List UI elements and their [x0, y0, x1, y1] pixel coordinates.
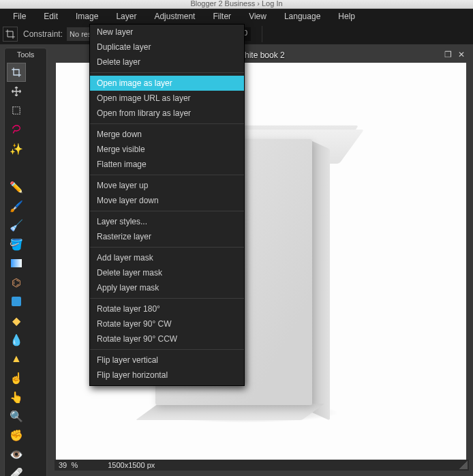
- menu-item-duplicate-layer[interactable]: Duplicate layer: [90, 40, 244, 55]
- menu-separator: [90, 123, 244, 124]
- tool-shape[interactable]: ◆: [7, 311, 26, 330]
- tool-sponge[interactable]: 👆: [7, 387, 26, 406]
- menu-item-rotate-layer-180-[interactable]: Rotate layer 180°: [90, 301, 244, 316]
- tool-bucket[interactable]: 🪣: [7, 235, 26, 254]
- close-icon[interactable]: ✕: [457, 50, 466, 59]
- menu-filter[interactable]: Filter: [204, 9, 240, 24]
- tool-empty1: [7, 158, 26, 177]
- menu-help[interactable]: Help: [329, 9, 364, 24]
- tools-panel: Tools ✨ ✏️ 🖌️ 🧹 🪣 ⌬ ◆ 💧 ▲ ☝️ 👆 🔍 ✊ 👁️ 🩹 …: [4, 48, 47, 476]
- menu-item-rasterize-layer[interactable]: Rasterize layer: [90, 229, 244, 244]
- window-title: Blogger 2 Business › Log In: [190, 0, 282, 8]
- tool-gradient[interactable]: [7, 254, 26, 273]
- menu-separator: [90, 175, 244, 175]
- menu-separator: [90, 211, 244, 211]
- svg-rect-0: [13, 107, 20, 115]
- tool-crop[interactable]: [7, 63, 26, 82]
- tool-replace[interactable]: [7, 292, 26, 311]
- resize-grip-icon[interactable]: [459, 461, 468, 469]
- constraint-label: Constraint:: [23, 29, 63, 39]
- zoom-unit: %: [71, 461, 78, 469]
- menu-item-delete-layer[interactable]: Delete layer: [90, 55, 244, 70]
- menu-item-rotate-layer-90-ccw[interactable]: Rotate layer 90° CCW: [90, 331, 244, 346]
- menu-item-flatten-image[interactable]: Flatten image: [90, 157, 244, 172]
- menu-item-rotate-layer-90-cw[interactable]: Rotate layer 90° CW: [90, 316, 244, 331]
- menubar: File Edit Image Layer Adjustment Filter …: [0, 9, 473, 24]
- menu-item-move-layer-down[interactable]: Move layer down: [90, 193, 244, 208]
- menu-image[interactable]: Image: [67, 9, 107, 24]
- menu-layer[interactable]: Layer: [107, 9, 145, 24]
- tool-blur[interactable]: 💧: [7, 330, 26, 349]
- window-titlebar: Blogger 2 Business › Log In: [0, 0, 473, 9]
- menu-edit[interactable]: Edit: [35, 9, 67, 24]
- menu-item-flip-layer-horizontal[interactable]: Flip layer horizontal: [90, 368, 244, 383]
- menu-item-apply-layer-mask[interactable]: Apply layer mask: [90, 280, 244, 295]
- dimensions-value: 1500x1500 px: [108, 461, 155, 469]
- tool-sharpen[interactable]: ▲: [7, 349, 26, 368]
- menu-separator: [90, 72, 244, 73]
- tool-wand[interactable]: ✨: [7, 139, 26, 158]
- menu-item-delete-layer-mask[interactable]: Delete layer mask: [90, 265, 244, 280]
- tool-stamp[interactable]: ⌬: [7, 273, 26, 292]
- tool-move[interactable]: [7, 82, 26, 101]
- layer-dropdown: New layerDuplicate layerDelete layerOpen…: [89, 24, 245, 386]
- tools-panel-title: Tools: [5, 48, 46, 61]
- menu-separator: [90, 247, 244, 248]
- tool-lasso[interactable]: [7, 120, 26, 139]
- menu-item-layer-styles-[interactable]: Layer styles...: [90, 214, 244, 229]
- crop-icon: [3, 27, 18, 42]
- menu-file[interactable]: File: [4, 9, 35, 24]
- duplicate-window-icon[interactable]: ❐: [443, 50, 453, 59]
- tool-burn[interactable]: ✊: [7, 426, 26, 445]
- status-bar: 39 % 1500x1500 px: [55, 460, 469, 471]
- tool-heal[interactable]: 🩹: [7, 464, 26, 476]
- tool-brush[interactable]: 🖌️: [7, 196, 26, 215]
- tool-marquee[interactable]: [7, 101, 26, 120]
- menu-item-add-layer-mask[interactable]: Add layer mask: [90, 250, 244, 265]
- constraint-value: No res: [70, 30, 91, 38]
- menu-item-merge-visible[interactable]: Merge visible: [90, 142, 244, 157]
- tool-dodge[interactable]: 🔍: [7, 406, 26, 426]
- tool-redeye[interactable]: 👁️: [7, 445, 26, 464]
- menu-view[interactable]: View: [240, 9, 275, 24]
- document-title: white book 2: [239, 50, 284, 60]
- zoom-value: 39: [59, 461, 67, 469]
- menu-item-new-layer[interactable]: New layer: [90, 25, 244, 40]
- menu-item-move-layer-up[interactable]: Move layer up: [90, 178, 244, 193]
- menu-item-open-image-as-layer[interactable]: Open image as layer: [90, 76, 244, 91]
- menu-item-merge-down[interactable]: Merge down: [90, 127, 244, 142]
- menu-language[interactable]: Language: [275, 9, 329, 24]
- menu-separator: [90, 349, 244, 350]
- divider: [262, 26, 262, 42]
- menu-item-flip-layer-vertical[interactable]: Flip layer vertical: [90, 353, 244, 368]
- menu-item-open-image-url-as-layer[interactable]: Open image URL as layer: [90, 91, 244, 106]
- menu-item-open-from-library-as-layer[interactable]: Open from library as layer: [90, 106, 244, 121]
- menu-adjustment[interactable]: Adjustment: [145, 9, 204, 24]
- tool-grid: ✨ ✏️ 🖌️ 🧹 🪣 ⌬ ◆ 💧 ▲ ☝️ 👆 🔍 ✊ 👁️ 🩹 ◉ ✦ 💉 …: [5, 61, 46, 476]
- tool-pencil[interactable]: ✏️: [7, 177, 26, 196]
- tool-eraser[interactable]: 🧹: [7, 215, 26, 235]
- menu-separator: [90, 298, 244, 299]
- tool-smudge[interactable]: ☝️: [7, 368, 26, 387]
